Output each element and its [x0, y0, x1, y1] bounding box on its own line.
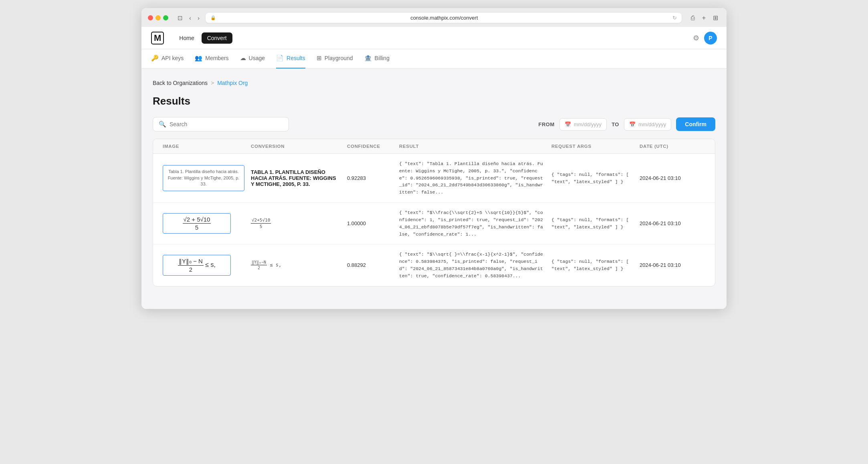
header-right: ⚙ P	[693, 32, 717, 44]
back-button[interactable]: ‹	[187, 14, 193, 22]
billing-icon: 🏦	[364, 54, 372, 62]
row2-conversion-text: √2+5√10 5	[251, 220, 271, 226]
row3-conversion: ‖Y‖₀−N 2 ≤ s,	[248, 254, 344, 276]
confirm-button[interactable]: Confirm	[676, 117, 715, 131]
row3-result: { "text": "$\\sqrt{ }=\\frac{x-1}{x^2-1}…	[396, 244, 548, 286]
sidebar-toggle-button[interactable]: ⊡	[176, 14, 185, 22]
conv-frac-num: √2+5√10	[251, 218, 271, 224]
breadcrumb-back[interactable]: Back to Organizations	[153, 80, 208, 86]
app-header: M Home Convert ⚙ P	[141, 27, 727, 49]
toolbar: 🔍 FROM 📅 mm/dd/yyyy TO 📅 mm/dd/yyyy Conf…	[153, 117, 715, 131]
new-tab-button[interactable]: +	[700, 14, 708, 22]
fraction-denominator: 5	[194, 224, 199, 231]
subnav-api-keys-label: API keys	[161, 55, 184, 61]
forward-button[interactable]: ›	[196, 14, 202, 22]
col-header-result: RESULT	[396, 139, 548, 153]
row1-request-args: { "tags": null, "formats": [ "text", "la…	[548, 165, 636, 192]
subnav-api-keys[interactable]: 🔑 API keys	[151, 49, 184, 69]
math-norm-frac: ‖Y‖₀ − N 2	[178, 258, 204, 273]
row2-image: √2 + 5√10 5	[159, 208, 248, 238]
col-header-date: DATE (UTC)	[636, 139, 709, 153]
conv3-math-frac: ‖Y‖₀−N 2	[251, 260, 267, 270]
breadcrumb-current[interactable]: Mathpix Org	[217, 80, 248, 86]
url-text: console.mathpix.com/convert	[218, 15, 670, 21]
from-date-placeholder: mm/dd/yyyy	[574, 121, 602, 127]
conv3-frac-num: ‖Y‖₀−N	[251, 260, 267, 265]
row3-request-args: { "tags": null, "formats": [ "text", "la…	[548, 252, 636, 279]
row3-confidence: 0.88292	[344, 256, 396, 274]
browser-actions: ⎙ + ⊞	[689, 13, 720, 22]
conversion-math-frac: √2+5√10 5	[251, 218, 271, 229]
row2-result: { "text": "$\\frac{\\sqrt{2}+5 \\sqrt{10…	[396, 203, 548, 244]
subnav-playground-label: Playground	[325, 55, 353, 61]
settings-button[interactable]: ⚙	[693, 34, 699, 42]
sub-nav: 🔑 API keys 👥 Members ☁ Usage 📄 Results ⊞…	[141, 49, 727, 69]
results-table: IMAGE CONVERSION CONFIDENCE RESULT REQUE…	[153, 139, 715, 286]
nav-home[interactable]: Home	[174, 32, 200, 44]
date-filter: FROM 📅 mm/dd/yyyy TO 📅 mm/dd/yyyy Confir…	[538, 117, 715, 131]
row3-date: 2024-06-21 03:10	[636, 256, 709, 274]
table-row: √2 + 5√10 5 √2+5√10 5 1.00000	[153, 203, 715, 244]
nav-convert[interactable]: Convert	[202, 32, 232, 44]
subnav-billing[interactable]: 🏦 Billing	[364, 49, 390, 69]
to-date-input[interactable]: 📅 mm/dd/yyyy	[624, 118, 671, 131]
norm-frac-den: 2	[188, 266, 193, 273]
from-date-input[interactable]: 📅 mm/dd/yyyy	[559, 118, 607, 131]
row2-confidence: 1.00000	[344, 214, 396, 233]
row2-conversion: √2+5√10 5	[248, 211, 344, 236]
lock-icon: 🔒	[210, 15, 216, 20]
share-button[interactable]: ⎙	[689, 14, 697, 22]
row2-date: 2024-06-21 03:10	[636, 214, 709, 233]
subnav-usage[interactable]: ☁ Usage	[240, 49, 265, 69]
browser-top-bar: ⊡ ‹ › 🔒 console.mathpix.com/convert ↻ ⎙ …	[148, 13, 720, 27]
page-title: Results	[153, 95, 715, 107]
tabs-button[interactable]: ⊞	[711, 13, 720, 22]
row1-image: Tabla 1. Plantilla diseño hacia atrás. F…	[159, 160, 248, 196]
subnav-members[interactable]: 👥 Members	[195, 49, 228, 69]
search-box: 🔍	[153, 117, 289, 131]
col-header-image: IMAGE	[159, 139, 248, 153]
row3-image-preview: ‖Y‖₀ − N 2 ≤ s,	[163, 255, 231, 276]
row1-image-preview: Tabla 1. Plantilla diseño hacia atrás. F…	[163, 165, 244, 191]
logo-mark: M	[151, 32, 164, 44]
row1-result: { "text": "Tabla 1. Plantilla diseño hac…	[396, 154, 548, 202]
search-input[interactable]	[170, 121, 283, 127]
row1-date: 2024-06-21 03:10	[636, 169, 709, 188]
calendar-icon-from: 📅	[565, 121, 571, 127]
avatar[interactable]: P	[704, 32, 717, 44]
subnav-usage-label: Usage	[249, 55, 265, 61]
results-icon: 📄	[276, 54, 284, 62]
subnav-members-label: Members	[205, 55, 228, 61]
url-bar[interactable]: 🔒 console.mathpix.com/convert ↻	[206, 13, 682, 23]
subnav-playground[interactable]: ⊞ Playground	[317, 49, 353, 69]
calendar-icon-to: 📅	[629, 121, 636, 127]
reload-icon[interactable]: ↻	[672, 15, 677, 21]
conv-frac-den: 5	[259, 224, 263, 229]
main-nav: Home Convert	[174, 32, 693, 44]
maximize-button[interactable]	[163, 15, 168, 20]
math-fraction: √2 + 5√10 5	[183, 216, 211, 231]
row2-request-args: { "tags": null, "formats": [ "text", "la…	[548, 210, 636, 237]
breadcrumb: Back to Organizations > Mathpix Org	[153, 80, 715, 86]
subnav-billing-label: Billing	[375, 55, 390, 61]
close-button[interactable]	[148, 15, 153, 20]
row1-conversion-text: TABLA 1. PLANTILLA DISEÑO HACIA ATRÁS. F…	[251, 169, 336, 187]
norm-frac-num: ‖Y‖₀ − N	[178, 258, 204, 266]
browser-controls: ⊡ ‹ ›	[176, 14, 202, 22]
table-row: Tabla 1. Plantilla diseño hacia atrás. F…	[153, 154, 715, 203]
table-row: ‖Y‖₀ − N 2 ≤ s, ‖Y‖₀−N 2 ≤ s,	[153, 244, 715, 286]
main-content: Back to Organizations > Mathpix Org Resu…	[141, 69, 727, 309]
usage-icon: ☁	[240, 54, 246, 62]
row3-conversion-text: ‖Y‖₀−N 2 ≤ s,	[251, 262, 281, 268]
subnav-results[interactable]: 📄 Results	[276, 49, 305, 69]
to-label: TO	[612, 121, 619, 127]
traffic-lights	[148, 15, 168, 20]
playground-icon: ⊞	[317, 54, 322, 62]
minimize-button[interactable]	[155, 15, 161, 20]
api-keys-icon: 🔑	[151, 54, 159, 62]
col-header-request-args: REQUEST ARGS	[548, 139, 636, 153]
col-header-confidence: CONFIDENCE	[344, 139, 396, 153]
search-icon: 🔍	[159, 121, 166, 128]
browser-window: ⊡ ‹ › 🔒 console.mathpix.com/convert ↻ ⎙ …	[141, 8, 727, 309]
row2-image-preview: √2 + 5√10 5	[163, 213, 231, 234]
